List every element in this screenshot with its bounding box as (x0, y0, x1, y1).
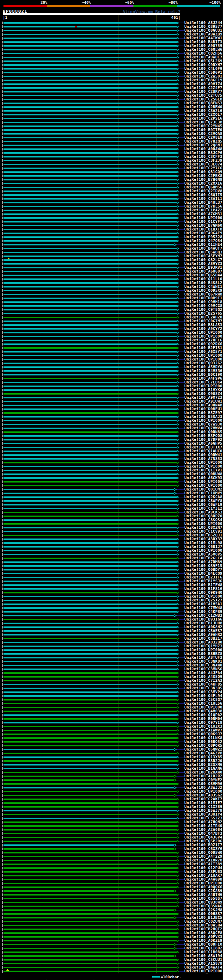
hit-bar[interactable] (3, 366, 176, 368)
hit-bar[interactable] (3, 294, 176, 295)
hit-bar[interactable] (3, 160, 176, 161)
hit-bar[interactable] (3, 110, 176, 111)
hit-bar[interactable] (3, 347, 176, 349)
hit-bar[interactable] (3, 569, 176, 571)
hit-bar[interactable] (3, 768, 176, 769)
hit-bar[interactable] (3, 687, 176, 689)
hit-bar[interactable] (3, 481, 176, 482)
hit-bar[interactable] (3, 378, 176, 379)
hit-bar[interactable] (3, 955, 174, 957)
hit-bar[interactable] (3, 619, 176, 620)
hit-bar[interactable] (3, 217, 176, 219)
hit-bar[interactable] (3, 447, 176, 448)
hit-bar[interactable] (3, 917, 174, 918)
hit-bar[interactable] (3, 493, 174, 494)
hit-bar[interactable] (3, 500, 176, 502)
hit-bar[interactable] (3, 183, 176, 184)
hit-bar[interactable] (3, 393, 176, 395)
hit-bar[interactable] (3, 795, 174, 796)
hit-bar[interactable] (3, 699, 176, 700)
hit-bar[interactable] (3, 76, 176, 77)
hit-bar[interactable] (3, 252, 176, 253)
hit-bar[interactable] (3, 443, 176, 444)
hit-bar[interactable] (3, 225, 176, 226)
hit-bar[interactable] (3, 91, 176, 92)
hit-bar[interactable] (3, 791, 176, 792)
hit-bar[interactable] (3, 41, 176, 43)
hit-bar[interactable] (3, 921, 176, 922)
hit-bar[interactable] (3, 940, 176, 942)
hit-bar[interactable] (3, 87, 176, 89)
hit-bar[interactable] (3, 401, 176, 402)
hit-bar[interactable] (3, 837, 176, 838)
hit-bar[interactable] (3, 883, 176, 884)
hit-bar[interactable] (3, 890, 174, 892)
hit-bar[interactable] (3, 53, 176, 54)
hit-bar[interactable] (3, 821, 176, 823)
hit-bar[interactable] (3, 229, 176, 230)
hit-bar[interactable] (3, 141, 176, 142)
hit-bar[interactable] (3, 519, 176, 521)
hit-bar[interactable] (3, 133, 176, 135)
hit-bar[interactable] (3, 752, 176, 754)
hit-bar[interactable] (3, 83, 176, 85)
hit-bar[interactable] (3, 164, 176, 165)
hit-bar[interactable] (3, 489, 174, 490)
hit-bar[interactable] (3, 806, 176, 808)
hit-bar[interactable] (3, 424, 176, 425)
hit-bar[interactable] (3, 313, 176, 314)
hit-bar[interactable] (3, 462, 176, 463)
hit-bar[interactable] (3, 535, 176, 536)
hit-bar[interactable] (3, 202, 176, 204)
hit-bar[interactable] (3, 852, 176, 853)
hit-bar[interactable] (3, 374, 176, 375)
hit-bar[interactable] (3, 428, 176, 429)
hit-bar[interactable] (3, 638, 176, 639)
hit-bar[interactable] (3, 389, 176, 391)
hit-bar[interactable] (3, 611, 176, 612)
hit-bar[interactable] (3, 454, 176, 456)
hit-bar[interactable] (3, 256, 176, 257)
hit-bar[interactable] (3, 363, 176, 364)
hit-bar[interactable] (3, 573, 176, 574)
hit-bar[interactable] (3, 118, 176, 119)
hit-bar[interactable] (3, 810, 176, 811)
hit-bar[interactable] (3, 760, 176, 762)
hit-bar[interactable] (3, 653, 176, 655)
hit-bar[interactable] (3, 615, 174, 616)
hit-bar[interactable] (3, 470, 176, 471)
hit-bar[interactable] (3, 351, 176, 353)
hit-bar[interactable] (3, 450, 176, 452)
hit-bar[interactable] (3, 951, 176, 953)
hit-bar[interactable] (3, 730, 176, 731)
hit-bar[interactable] (3, 523, 176, 525)
hit-bar[interactable] (3, 439, 176, 441)
hit-bar[interactable] (3, 496, 176, 498)
hit-bar[interactable] (3, 405, 176, 406)
hit-bar[interactable] (3, 232, 176, 234)
hit-bar[interactable] (3, 550, 176, 551)
hit-bar[interactable] (3, 932, 176, 934)
hit-label[interactable]: UniRef100_UPI000.. (184, 969, 223, 973)
hit-bar[interactable] (3, 99, 176, 100)
hit-bar[interactable] (3, 799, 176, 800)
hit-bar[interactable] (3, 248, 176, 249)
hit-bar[interactable] (3, 925, 176, 926)
hit-bar[interactable] (3, 167, 176, 169)
hit-bar[interactable] (3, 856, 176, 857)
hit-bar[interactable] (3, 344, 176, 345)
hit-bar[interactable] (3, 879, 176, 880)
hit-bar[interactable] (3, 485, 176, 486)
hit-bar[interactable] (3, 909, 174, 911)
hit-bar[interactable] (3, 34, 176, 35)
hit-bar[interactable] (3, 558, 176, 559)
hit-bar[interactable] (3, 749, 174, 750)
hit-bar[interactable] (3, 845, 174, 846)
hit-bar[interactable] (3, 577, 176, 578)
hit-bar[interactable] (3, 630, 176, 632)
hit-bar[interactable] (3, 929, 176, 930)
hit-bar[interactable] (3, 179, 176, 180)
hit-bar[interactable] (3, 592, 176, 593)
hit-bar[interactable] (3, 332, 176, 333)
hit-bar[interactable] (3, 642, 176, 643)
